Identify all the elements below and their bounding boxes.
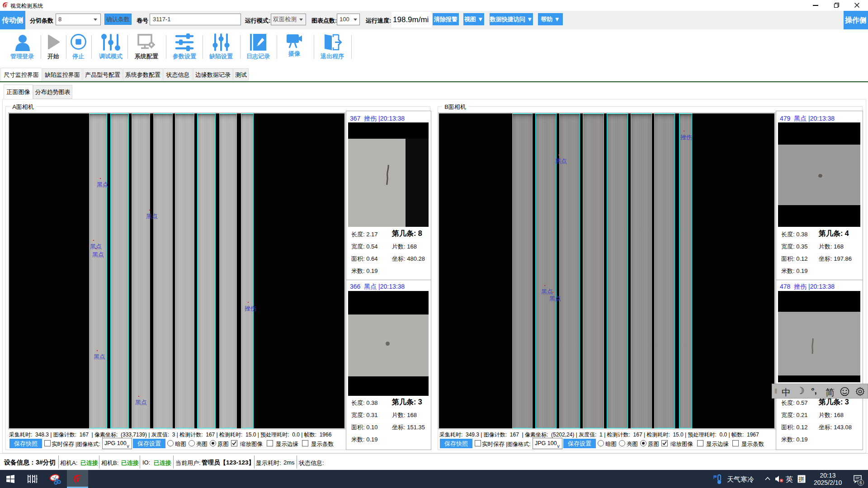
svg-text:拼: 拼 [798,476,805,483]
